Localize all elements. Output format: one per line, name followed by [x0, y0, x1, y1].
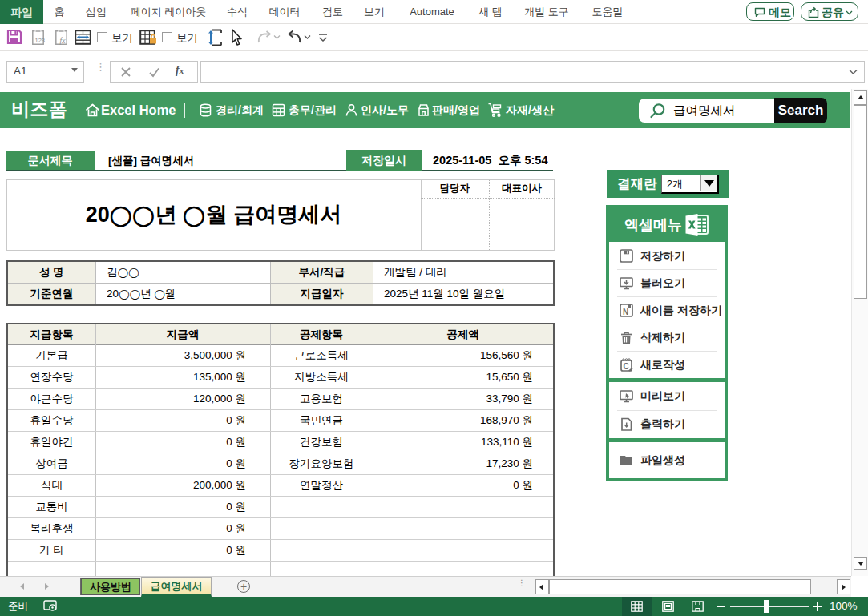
svg-text:C: C [624, 362, 629, 371]
svg-text:N: N [623, 308, 628, 316]
